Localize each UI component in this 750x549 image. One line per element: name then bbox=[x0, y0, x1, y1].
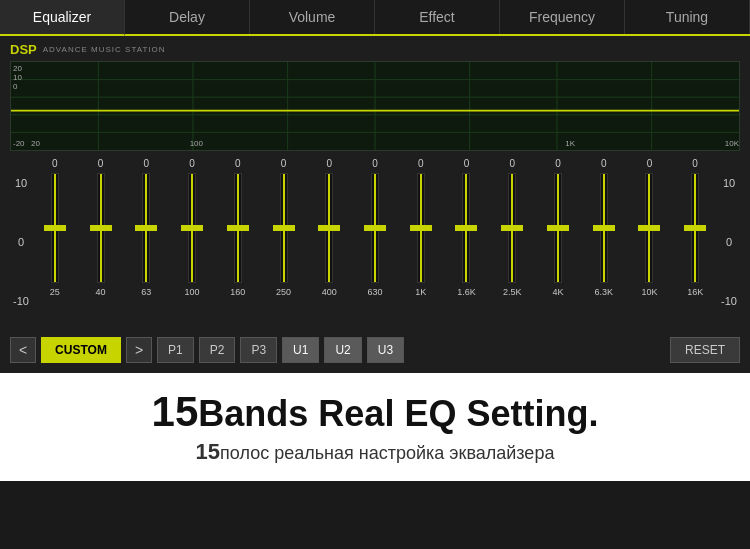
preset-next-button[interactable]: > bbox=[126, 337, 152, 363]
info-title-text: Bands Real EQ Setting. bbox=[198, 393, 598, 434]
dsp-logo: DSP bbox=[10, 42, 37, 57]
fader-track-2[interactable] bbox=[142, 173, 150, 283]
fader-handle-11[interactable] bbox=[547, 225, 569, 231]
info-title-num: 15 bbox=[152, 388, 199, 435]
fader-freq-3: 100 bbox=[185, 287, 200, 297]
right-side-labels: 10 0 -10 bbox=[718, 157, 740, 327]
tab-delay[interactable]: Delay bbox=[125, 0, 250, 34]
fader-value-0: 0 bbox=[52, 157, 58, 171]
dsp-subtitle: ADVANCE MUSIC STATION bbox=[43, 45, 166, 54]
preset-p3-button[interactable]: P3 bbox=[240, 337, 277, 363]
reset-button[interactable]: RESET bbox=[670, 337, 740, 363]
preset-u1-button[interactable]: U1 bbox=[282, 337, 319, 363]
preset-u3-button[interactable]: U3 bbox=[367, 337, 404, 363]
preset-prev-button[interactable]: < bbox=[10, 337, 36, 363]
tab-effect[interactable]: Effect bbox=[375, 0, 500, 34]
fader-track-14[interactable] bbox=[691, 173, 699, 283]
preset-p1-button[interactable]: P1 bbox=[157, 337, 194, 363]
fader-handle-5[interactable] bbox=[273, 225, 295, 231]
fader-value-13: 0 bbox=[647, 157, 653, 171]
fader-value-11: 0 bbox=[555, 157, 561, 171]
tab-tuning[interactable]: Tuning bbox=[625, 0, 750, 34]
fader-freq-9: 1.6K bbox=[457, 287, 476, 297]
fader-track-9[interactable] bbox=[462, 173, 470, 283]
fader-freq-5: 250 bbox=[276, 287, 291, 297]
fader-section: 10 0 -10 0250400630100016002500400063001… bbox=[10, 157, 740, 327]
fader-handle-6[interactable] bbox=[318, 225, 340, 231]
fader-handle-9[interactable] bbox=[455, 225, 477, 231]
fader-freq-1: 40 bbox=[96, 287, 106, 297]
fader-freq-10: 2.5K bbox=[503, 287, 522, 297]
fader-freq-11: 4K bbox=[552, 287, 563, 297]
fader-value-12: 0 bbox=[601, 157, 607, 171]
fader-col-12: 06.3K bbox=[581, 157, 627, 297]
fader-value-9: 0 bbox=[464, 157, 470, 171]
fader-freq-0: 25 bbox=[50, 287, 60, 297]
fader-value-7: 0 bbox=[372, 157, 378, 171]
fader-handle-4[interactable] bbox=[227, 225, 249, 231]
fader-value-14: 0 bbox=[692, 157, 698, 171]
fader-col-13: 010K bbox=[627, 157, 673, 297]
fader-col-9: 01.6K bbox=[444, 157, 490, 297]
fader-value-3: 0 bbox=[189, 157, 195, 171]
fader-col-5: 0250 bbox=[261, 157, 307, 297]
fader-handle-12[interactable] bbox=[593, 225, 615, 231]
info-subtitle-num: 15 bbox=[196, 439, 220, 464]
tab-equalizer[interactable]: Equalizer bbox=[0, 0, 125, 36]
fader-track-7[interactable] bbox=[371, 173, 379, 283]
fader-freq-4: 160 bbox=[230, 287, 245, 297]
fader-track-1[interactable] bbox=[97, 173, 105, 283]
fader-track-4[interactable] bbox=[234, 173, 242, 283]
fader-handle-7[interactable] bbox=[364, 225, 386, 231]
info-title: 15Bands Real EQ Setting. bbox=[20, 389, 730, 435]
tab-frequency[interactable]: Frequency bbox=[500, 0, 625, 34]
left-side-labels: 10 0 -10 bbox=[10, 157, 32, 327]
fader-value-6: 0 bbox=[326, 157, 332, 171]
preset-p2-button[interactable]: P2 bbox=[199, 337, 236, 363]
fader-col-3: 0100 bbox=[169, 157, 215, 297]
fader-handle-10[interactable] bbox=[501, 225, 523, 231]
tab-volume[interactable]: Volume bbox=[250, 0, 375, 34]
eq-panel: DSP ADVANCE MUSIC STATION 20 10 bbox=[0, 36, 750, 373]
fader-track-0[interactable] bbox=[51, 173, 59, 283]
fader-value-4: 0 bbox=[235, 157, 241, 171]
fader-value-2: 0 bbox=[144, 157, 150, 171]
fader-freq-12: 6.3K bbox=[594, 287, 613, 297]
fader-col-0: 025 bbox=[32, 157, 78, 297]
info-subtitle-text: полос реальная настройка эквалайзера bbox=[220, 443, 554, 463]
fader-handle-1[interactable] bbox=[90, 225, 112, 231]
fader-col-14: 016K bbox=[672, 157, 718, 297]
fader-track-6[interactable] bbox=[325, 173, 333, 283]
fader-handle-14[interactable] bbox=[684, 225, 706, 231]
fader-value-5: 0 bbox=[281, 157, 287, 171]
fader-value-8: 0 bbox=[418, 157, 424, 171]
fader-track-12[interactable] bbox=[600, 173, 608, 283]
fader-freq-6: 400 bbox=[322, 287, 337, 297]
fader-handle-13[interactable] bbox=[638, 225, 660, 231]
graph-x-labels: 20 100 1K 10K bbox=[31, 139, 739, 148]
graph-y-labels: 20 10 0 -20 bbox=[13, 62, 25, 150]
fader-handle-8[interactable] bbox=[410, 225, 432, 231]
fader-track-13[interactable] bbox=[645, 173, 653, 283]
eq-graph-svg bbox=[11, 62, 739, 150]
fader-freq-2: 63 bbox=[141, 287, 151, 297]
fader-value-1: 0 bbox=[98, 157, 104, 171]
fader-track-10[interactable] bbox=[508, 173, 516, 283]
dsp-header: DSP ADVANCE MUSIC STATION bbox=[10, 42, 740, 57]
info-section: 15Bands Real EQ Setting. 15полос реальна… bbox=[0, 373, 750, 481]
fader-track-11[interactable] bbox=[554, 173, 562, 283]
fader-col-4: 0160 bbox=[215, 157, 261, 297]
fader-col-7: 0630 bbox=[352, 157, 398, 297]
preset-name: CUSTOM bbox=[41, 337, 121, 363]
fader-track-8[interactable] bbox=[417, 173, 425, 283]
fader-value-10: 0 bbox=[509, 157, 515, 171]
fader-handle-0[interactable] bbox=[44, 225, 66, 231]
fader-track-5[interactable] bbox=[280, 173, 288, 283]
fader-col-11: 04K bbox=[535, 157, 581, 297]
preset-u2-button[interactable]: U2 bbox=[324, 337, 361, 363]
fader-track-3[interactable] bbox=[188, 173, 196, 283]
fader-col-8: 01K bbox=[398, 157, 444, 297]
faders-container: 0250400630100016002500400063001K01.6K02.… bbox=[32, 157, 718, 297]
fader-handle-2[interactable] bbox=[135, 225, 157, 231]
fader-handle-3[interactable] bbox=[181, 225, 203, 231]
